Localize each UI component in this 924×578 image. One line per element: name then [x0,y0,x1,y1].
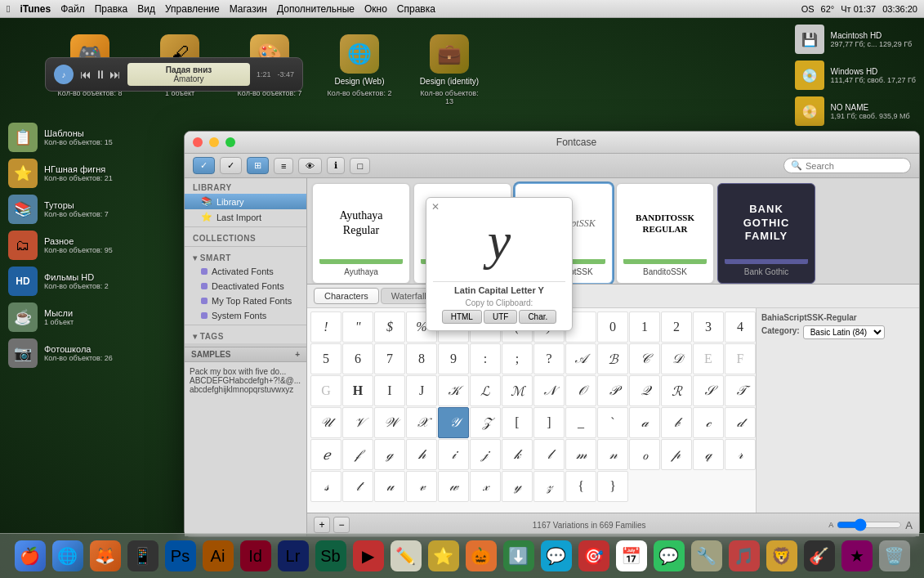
dock-photoshop[interactable]: Ps [163,539,198,573]
char-cell[interactable]: 𝓏 [533,471,565,502]
char-cell[interactable]: 𝒳 [406,407,437,438]
menu-file[interactable]: Файл [60,3,85,15]
char-cell[interactable]: 𝒹 [725,407,756,438]
desktop-icon-web[interactable]: 🌐 Design (Web) Кол-во объектов: 2 [327,34,392,105]
char-cell[interactable]: 𝓅 [661,439,692,470]
sidebar-item-tutory[interactable]: 📚 Туторы Кол-во объектов: 7 [8,195,113,224]
char-cell[interactable]: " [342,311,373,343]
char-cell[interactable]: ℛ [661,375,692,406]
toolbar-grid[interactable]: ⊞ [247,157,269,174]
char-cell[interactable]: 𝒵 [470,407,501,438]
char-cell[interactable]: 1 [629,311,660,343]
sidebar-item-shablony[interactable]: 📋 Шаблоны Кол-во объектов: 15 [8,123,113,152]
char-cell[interactable]: G [310,375,341,406]
char-cell[interactable]: I [374,375,405,406]
play-pause-button[interactable]: ⏸ [95,68,106,81]
char-cell[interactable]: 𝒫 [597,375,628,406]
dock-torrent[interactable]: ⬇️ [502,539,536,573]
char-cell[interactable]: 𝓋 [406,471,437,502]
dock-iphone[interactable]: 📱 [126,539,160,573]
toolbar-info[interactable]: ℹ [327,157,345,174]
char-cell[interactable]: 𝒸 [693,407,724,438]
popup-close-button[interactable]: ✕ [431,201,440,213]
char-cell[interactable]: 6 [342,343,373,374]
font-card-ayuthaya[interactable]: AyuthayaRegular Ayuthaya [312,183,410,284]
panel-item-toprated[interactable]: My Top Rated Fonts [185,293,306,308]
char-cell[interactable]: 𝒮 [693,375,724,406]
char-cell[interactable]: $ [374,311,405,343]
sidebar-item-fotoshkola[interactable]: 📷 Фотошкола Кол-во объектов: 26 [8,338,113,368]
char-cell-selected-y[interactable]: 𝒴 [438,407,469,438]
char-cell[interactable]: 2 [661,311,692,343]
dock-ichat[interactable]: 💬 [652,539,686,573]
char-cell[interactable]: ℬ [597,343,628,374]
char-cell[interactable]: [ [502,407,533,438]
char-cell[interactable]: E [693,343,724,374]
sidebar-item-filmyhd[interactable]: HD Фильмы HD Кол-во объектов: 2 [8,267,113,296]
prev-button[interactable]: ⏮ [80,68,92,81]
char-cell[interactable]: 𝒩 [533,375,565,406]
dock-lightroom[interactable]: Lr [276,539,310,573]
char-cell[interactable]: { [565,471,596,502]
char-cell[interactable]: 𝒶 [629,407,660,438]
dock-firefox[interactable]: 🦊 [88,539,123,573]
maximize-button[interactable] [225,137,235,147]
next-button[interactable]: ⏭ [109,68,121,81]
hd-noname[interactable]: 📀 NO NAME 1,91 Гб; своб. 935,9 Мб [795,96,916,126]
popup-char-button[interactable]: Char. [519,310,556,324]
font-card-bandito[interactable]: BANDITOSSKREGULAR BanditoSSK [616,183,714,284]
dock-skype[interactable]: 💬 [539,539,574,573]
char-cell[interactable]: 9 [438,343,469,374]
dock-tools[interactable]: 🔧 [690,539,724,573]
samples-add-button[interactable]: + [295,350,300,359]
hd-macintosh[interactable]: 💾 Macintosh HD 297,77 Гб; с... 129,29 Гб [795,25,916,54]
char-cell[interactable]: 𝓌 [438,471,469,502]
dock-star[interactable]: ⭐ [426,539,461,573]
panel-item-deactivated[interactable]: Deactivated Fonts [185,279,306,293]
tab-characters[interactable]: Characters [314,288,379,304]
char-cell[interactable]: 5 [310,343,341,374]
toolbar-checkmark[interactable]: ✓ [193,157,215,174]
category-select[interactable]: Basic Latin (84) [803,325,885,339]
char-cell[interactable]: 4 [725,311,756,343]
popup-utf-button[interactable]: UTF [484,310,517,324]
sidebar-item-raznoe[interactable]: 🗂 Разное Кол-во объектов: 95 [8,231,113,260]
char-cell[interactable]: _ [565,407,596,438]
char-cell[interactable]: : [470,343,501,374]
dock-calendar[interactable]: 📅 [614,539,649,573]
panel-item-activated[interactable]: Activated Fonts [185,264,306,279]
char-cell[interactable]: 7 [374,343,405,374]
char-cell[interactable]: 𝓃 [597,439,628,470]
char-cell[interactable]: 𝒰 [310,407,341,438]
char-cell[interactable]: 𝓉 [342,471,373,502]
char-cell[interactable]: ! [310,311,341,343]
search-input[interactable] [806,161,904,171]
char-cell[interactable]: 𝓁 [533,439,565,470]
char-cell[interactable]: 𝓂 [565,439,596,470]
char-cell[interactable]: 𝒷 [661,407,692,438]
char-cell[interactable]: 𝒬 [629,375,660,406]
dock-soundbooth[interactable]: Sb [314,539,348,573]
left-panel-scroll[interactable]: LIBRARY 📚 Library ⭐ Last Import COLLECTI… [185,178,306,343]
dock-indesign[interactable]: Id [239,539,273,573]
char-cell[interactable]: 𝓎 [502,471,533,502]
char-cell[interactable]: } [597,471,628,502]
menu-view[interactable]: Вид [137,3,155,15]
desktop-icon-identity[interactable]: 💼 Design (identity) Кол-во объектов: 13 [417,34,482,105]
char-cell[interactable]: 𝓍 [470,471,501,502]
menu-edit[interactable]: Правка [95,3,128,15]
char-cell[interactable]: 𝒦 [438,375,469,406]
apple-menu[interactable]:  [7,3,10,15]
dock-target[interactable]: 🎯 [577,539,611,573]
char-cell[interactable]: 𝒯 [725,375,756,406]
dock-pen[interactable]: ✏️ [389,539,423,573]
char-cell[interactable]: ; [502,343,533,374]
char-cell[interactable]: 𝒪 [565,375,596,406]
char-cell[interactable]: 3 [693,311,724,343]
char-cell[interactable]: ℊ [374,439,405,470]
dock-safari[interactable]: 🌐 [51,539,85,573]
char-cell[interactable]: ` [597,407,628,438]
char-cell[interactable]: 𝓈 [310,471,341,502]
char-cell[interactable]: 0 [597,311,628,343]
toolbar-list[interactable]: ≡ [274,158,293,174]
